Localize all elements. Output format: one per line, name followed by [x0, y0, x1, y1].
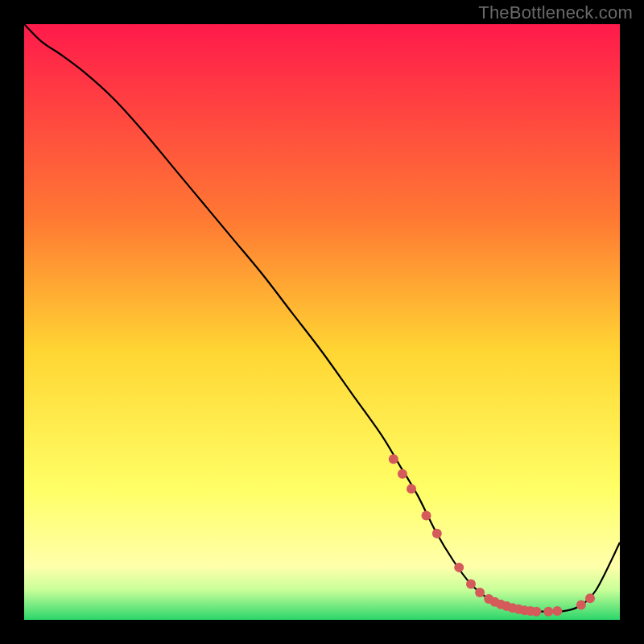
highlight-dot: [398, 469, 407, 479]
highlight-dot: [432, 529, 442, 539]
highlight-dot: [454, 563, 464, 572]
highlight-dot: [389, 454, 398, 464]
highlight-dot: [422, 511, 431, 521]
plot-area: [24, 24, 620, 620]
highlight-dot: [475, 588, 485, 597]
chart-svg: [24, 24, 620, 620]
highlight-dot: [552, 606, 562, 616]
highlight-dot: [543, 607, 553, 617]
highlight-dot: [466, 580, 476, 589]
highlight-dot: [585, 593, 595, 603]
highlight-dot: [531, 607, 541, 617]
highlight-dot: [407, 484, 416, 493]
highlight-dot: [576, 601, 586, 610]
chart-frame: TheBottleneck.com: [0, 0, 644, 644]
watermark-text: TheBottleneck.com: [478, 2, 633, 23]
gradient-background: [24, 24, 620, 620]
